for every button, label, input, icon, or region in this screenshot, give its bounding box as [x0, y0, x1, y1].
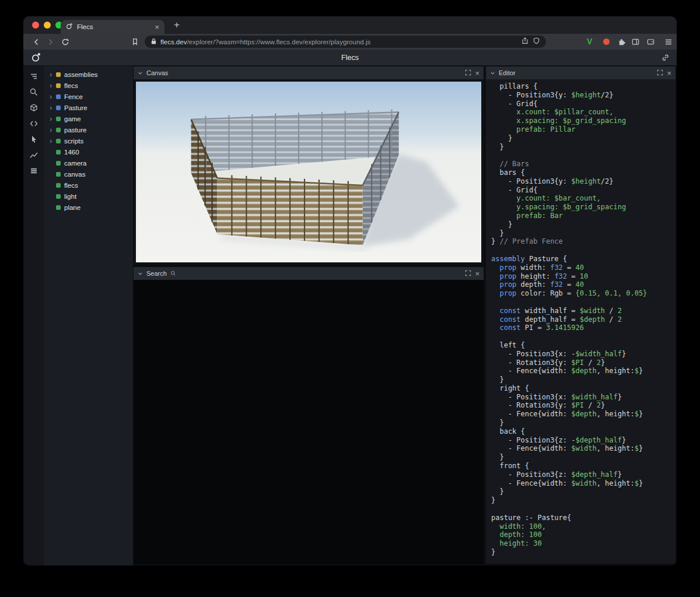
canvas-panel: Canvas × — [133, 66, 484, 265]
tab-close-icon[interactable]: × — [155, 23, 159, 31]
expand-chevron-icon[interactable]: › — [50, 83, 56, 89]
code-line: - Grid{ — [491, 100, 676, 108]
sidebar-toggle-icon[interactable] — [630, 36, 641, 47]
tree-item[interactable]: ›assemblies — [44, 69, 133, 80]
tree-item[interactable]: ›Pasture — [44, 102, 133, 113]
chevron-down-icon[interactable] — [138, 268, 143, 279]
3d-viewport[interactable] — [134, 79, 484, 265]
code-line: } // Prefab Fence — [491, 237, 676, 246]
tree-item[interactable]: ›flecs — [44, 80, 133, 91]
entity-label: 1460 — [64, 149, 79, 156]
flecs-logo-icon[interactable] — [31, 52, 41, 65]
shield-icon[interactable] — [533, 37, 540, 47]
code-line: const PI = 3.1415926 — [491, 324, 676, 332]
data-rows-icon[interactable] — [29, 166, 38, 175]
code-line: y.count: $bar_count, — [491, 194, 676, 203]
code-line: prefab: Pillar — [491, 125, 676, 134]
expand-chevron-icon[interactable]: › — [50, 94, 56, 100]
forward-button[interactable] — [45, 36, 56, 47]
tab-title: Flecs — [77, 23, 155, 30]
chevron-down-icon[interactable] — [138, 68, 143, 78]
search-panel-header[interactable]: Search × — [134, 267, 484, 280]
code-line: x.spacing: $p_grid_spacing — [491, 117, 676, 125]
close-icon[interactable]: × — [475, 270, 480, 278]
panel-title: Canvas — [146, 69, 168, 76]
editor-panel: Editor × pillars { - Position3{y: $heigh… — [485, 66, 676, 564]
code-line: } — [491, 419, 676, 427]
code-line: prop width: f32 = 40 — [491, 264, 676, 272]
new-tab-button[interactable]: + — [170, 19, 183, 31]
code-line — [491, 505, 676, 514]
expand-chevron-icon[interactable]: › — [50, 116, 56, 122]
entity-color-swatch — [56, 205, 61, 210]
code-line: - Position3{x: -$width_half} — [491, 350, 676, 359]
inspect-cursor-icon[interactable] — [29, 134, 38, 144]
tree-item[interactable]: flecs — [44, 180, 133, 191]
chevron-down-icon[interactable] — [490, 68, 495, 78]
entity-color-swatch — [56, 139, 61, 143]
tree-item[interactable]: ›game — [44, 113, 133, 124]
tree-item[interactable]: ›pasture — [44, 124, 133, 135]
code-line: const width_half = $width / 2 — [491, 307, 676, 315]
panel-title: Editor — [499, 69, 516, 76]
canvas-panel-header[interactable]: Canvas × — [134, 66, 484, 80]
entities-cube-icon[interactable] — [29, 103, 38, 113]
tree-item[interactable]: ›scripts — [44, 135, 133, 146]
wallet-icon[interactable] — [645, 36, 656, 47]
tree-item[interactable]: canvas — [44, 168, 133, 180]
entity-label: flecs — [64, 182, 78, 189]
search-icon[interactable] — [29, 87, 38, 97]
url-text: flecs.dev/explorer/?wasm=https://www.fle… — [160, 38, 517, 45]
code-line: } — [491, 453, 676, 462]
code-line: } — [491, 134, 676, 143]
entity-label: canvas — [64, 171, 85, 178]
code-line: left { — [491, 341, 676, 350]
entity-color-swatch — [56, 183, 61, 188]
code-editor-area[interactable]: pillars { - Position3{y: $height/2} - Gr… — [486, 79, 676, 564]
page-title: Flecs — [341, 54, 359, 62]
entity-label: pasture — [64, 127, 86, 134]
entity-label: light — [64, 193, 76, 200]
menu-icon[interactable] — [663, 36, 674, 47]
stats-chart-icon[interactable] — [29, 150, 38, 160]
expand-icon[interactable] — [465, 68, 471, 78]
tree-item[interactable]: camera — [44, 157, 133, 168]
expand-icon[interactable] — [657, 68, 663, 78]
tree-item[interactable]: ›Fence — [44, 91, 133, 102]
search-results-area[interactable] — [134, 280, 484, 564]
tree-view-icon[interactable] — [29, 71, 38, 81]
code-line: - Fence{width: $depth, height:$} — [491, 410, 676, 419]
expand-chevron-icon[interactable]: › — [50, 105, 56, 111]
reload-button[interactable] — [60, 36, 71, 47]
share-link-icon[interactable] — [661, 53, 670, 64]
share-icon[interactable] — [521, 37, 529, 47]
minimize-window-button[interactable] — [44, 22, 51, 29]
entity-label: scripts — [64, 138, 83, 145]
expand-chevron-icon[interactable]: › — [50, 127, 56, 133]
code-line: x.count: $pillar_count, — [491, 108, 676, 117]
expand-chevron-icon[interactable]: › — [50, 72, 56, 78]
editor-panel-header[interactable]: Editor × — [486, 66, 676, 80]
code-editor-icon[interactable] — [29, 118, 38, 128]
extensions-puzzle-icon[interactable] — [616, 36, 627, 47]
close-icon[interactable]: × — [475, 69, 480, 77]
code-line: prop depth: f32 = 40 — [491, 280, 676, 289]
browser-tab[interactable]: Flecs × — [61, 20, 164, 34]
close-icon[interactable]: × — [667, 69, 671, 77]
entity-label: Pasture — [64, 104, 88, 111]
tree-item[interactable]: 1460 — [44, 146, 133, 157]
entity-tree: ›assemblies›flecs›Fence›Pasture›game›pas… — [44, 66, 133, 566]
close-window-button[interactable] — [32, 22, 39, 29]
back-button[interactable] — [30, 36, 41, 47]
address-bar[interactable]: flecs.dev/explorer/?wasm=https://www.fle… — [145, 36, 546, 48]
expand-chevron-icon[interactable]: › — [50, 138, 56, 144]
expand-icon[interactable] — [465, 268, 471, 279]
tree-item[interactable]: light — [44, 191, 133, 202]
v-extension-icon[interactable]: V — [587, 37, 592, 46]
code-line: - Position3{z: $depth_half} — [491, 470, 676, 479]
bookmark-icon[interactable] — [130, 36, 141, 47]
record-extension-icon[interactable] — [603, 38, 610, 45]
screen: Flecs × + flecs.dev/explor — [0, 0, 700, 597]
tree-item[interactable]: plane — [44, 202, 133, 213]
editor-code: pillars { - Position3{y: $height/2} - Gr… — [491, 82, 676, 557]
